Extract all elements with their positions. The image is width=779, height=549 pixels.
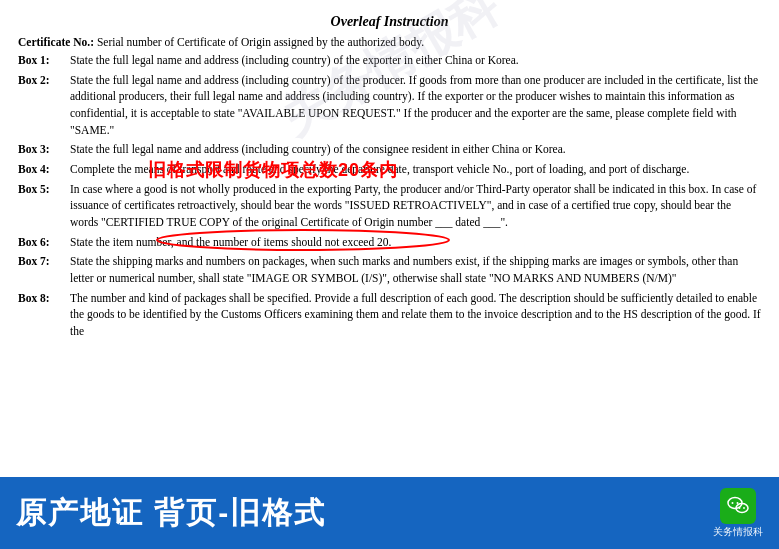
- box-row-7: Box 7: State the shipping marks and numb…: [18, 253, 761, 286]
- box7-text: State the shipping marks and numbers on …: [70, 253, 761, 286]
- bottom-banner: 原产地证 背页-旧格式 关务情报科: [0, 477, 779, 549]
- document-area: 关务情报科 Overleaf Instruction Certificate N…: [0, 0, 779, 477]
- cert-no-text: Serial number of Certificate of Origin a…: [97, 36, 424, 48]
- box8-label: Box 8:: [18, 290, 70, 340]
- box8-text: The number and kind of packages shall be…: [70, 290, 761, 340]
- box4-label: Box 4:: [18, 161, 70, 178]
- box3-text: State the full legal name and address (i…: [70, 141, 761, 158]
- red-annotation: 旧格式限制货物项总数20条内: [148, 158, 398, 182]
- cert-no-row: Certificate No.: Serial number of Certif…: [18, 36, 761, 48]
- cert-no-label: Certificate No.:: [18, 36, 97, 48]
- box6-text: State the item number, and the number of…: [70, 234, 761, 251]
- svg-point-6: [743, 507, 745, 509]
- box2-text: State the full legal name and address (i…: [70, 72, 761, 139]
- wechat-icon: [720, 488, 756, 524]
- box3-label: Box 3:: [18, 141, 70, 158]
- box2-label: Box 2:: [18, 72, 70, 139]
- box5-text: In case where a good is not wholly produ…: [70, 181, 761, 231]
- box-row-5: Box 5: In case where a good is not wholl…: [18, 181, 761, 231]
- box-row-8: Box 8: The number and kind of packages s…: [18, 290, 761, 340]
- svg-point-5: [739, 507, 741, 509]
- wechat-svg: [726, 494, 750, 518]
- box-row-3: Box 3: State the full legal name and add…: [18, 141, 761, 158]
- box7-label: Box 7:: [18, 253, 70, 286]
- box-row-6: Box 6: State the item number, and the nu…: [18, 234, 761, 251]
- wechat-label: 关务情报科: [713, 526, 763, 538]
- main-container: 关务情报科 Overleaf Instruction Certificate N…: [0, 0, 779, 549]
- banner-title: 原产地证 背页-旧格式: [16, 493, 326, 534]
- box-row-1: Box 1: State the full legal name and add…: [18, 52, 761, 69]
- document-title: Overleaf Instruction: [18, 14, 761, 30]
- box5-label: Box 5:: [18, 181, 70, 231]
- svg-point-2: [732, 502, 734, 504]
- box1-label: Box 1:: [18, 52, 70, 69]
- box-row-2: Box 2: State the full legal name and add…: [18, 72, 761, 139]
- doc-content: Box 1: State the full legal name and add…: [18, 52, 761, 340]
- box1-text: State the full legal name and address (i…: [70, 52, 761, 69]
- box6-label: Box 6:: [18, 234, 70, 251]
- wechat-badge: 关务情报科: [713, 488, 763, 538]
